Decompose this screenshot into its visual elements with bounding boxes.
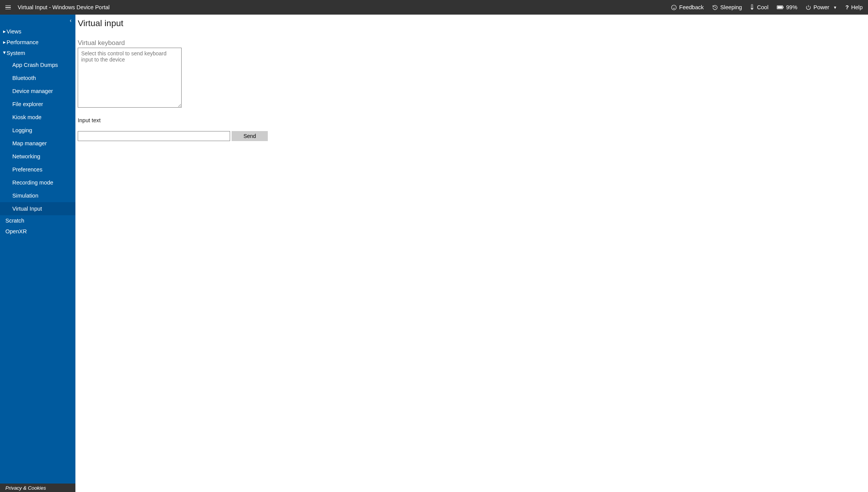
sidebar-item-label: Virtual Input [12, 206, 42, 212]
sidebar-item-virtual-input[interactable]: Virtual Input [0, 202, 75, 215]
temperature-status[interactable]: Cool [750, 4, 768, 10]
power-menu[interactable]: Power ▼ [806, 4, 837, 10]
sidebar-item-device-manager[interactable]: Device manager [0, 85, 75, 98]
body: ‹ ▶ Views ▶ Performance ▶ System App Cra… [0, 15, 868, 492]
triangle-right-icon: ▶ [3, 40, 6, 44]
question-icon: ? [845, 4, 849, 10]
sidebar-item-label: Bluetooth [12, 75, 36, 81]
sidebar-item-openxr[interactable]: OpenXR [0, 226, 75, 237]
sidebar-item-logging[interactable]: Logging [0, 124, 75, 137]
menu-icon[interactable] [5, 5, 11, 10]
header-right: Feedback Sleeping Cool [671, 4, 863, 10]
sleeping-status[interactable]: Sleeping [712, 4, 742, 10]
sidebar-item-label: Device manager [12, 88, 53, 94]
battery-label: 99% [786, 4, 797, 10]
battery-icon [777, 5, 784, 9]
sidebar: ‹ ▶ Views ▶ Performance ▶ System App Cra… [0, 15, 75, 492]
svg-point-1 [673, 7, 673, 7]
svg-rect-6 [778, 6, 782, 8]
sidebar-item-label: OpenXR [5, 228, 27, 234]
privacy-cookies-link[interactable]: Privacy & Cookies [0, 484, 75, 492]
sidebar-item-label: Preferences [12, 166, 42, 173]
sidebar-item-file-explorer[interactable]: File explorer [0, 98, 75, 111]
sidebar-section-system[interactable]: ▶ System [0, 48, 75, 58]
battery-status[interactable]: 99% [777, 4, 797, 10]
triangle-right-icon: ▶ [3, 30, 6, 33]
sidebar-item-label: Simulation [12, 193, 38, 199]
input-text-field[interactable] [78, 131, 230, 141]
send-button[interactable]: Send [232, 131, 268, 141]
sleeping-label: Sleeping [720, 4, 742, 10]
sidebar-item-recording-mode[interactable]: Recording mode [0, 176, 75, 189]
virtual-keyboard-label: Virtual keyboard [78, 39, 866, 47]
input-row: Send [78, 131, 866, 141]
chevron-down-icon: ▼ [833, 5, 837, 10]
sidebar-item-app-crash-dumps[interactable]: App Crash Dumps [0, 58, 75, 71]
page-title: Virtual input [78, 18, 866, 28]
smiley-icon [671, 5, 677, 10]
sidebar-section-label: Views [7, 28, 21, 35]
sidebar-item-label: App Crash Dumps [12, 62, 58, 68]
help-button[interactable]: ? Help [845, 4, 863, 10]
sidebar-item-label: Networking [12, 153, 40, 160]
history-icon [712, 5, 718, 10]
sidebar-item-label: Logging [12, 127, 32, 133]
sidebar-section-label: Performance [7, 39, 38, 45]
privacy-cookies-label: Privacy & Cookies [5, 485, 46, 491]
sidebar-item-map-manager[interactable]: Map manager [0, 137, 75, 150]
sidebar-item-networking[interactable]: Networking [0, 150, 75, 163]
sidebar-section-label: System [7, 50, 25, 56]
main-content: Virtual input Virtual keyboard Input tex… [75, 15, 868, 492]
sidebar-item-scratch[interactable]: Scratch [0, 215, 75, 226]
help-label: Help [851, 4, 863, 10]
sidebar-item-bluetooth[interactable]: Bluetooth [0, 71, 75, 85]
feedback-label: Feedback [679, 4, 704, 10]
svg-rect-5 [783, 7, 783, 8]
sidebar-item-label: Map manager [12, 140, 47, 146]
app-title: Virtual Input - Windows Device Portal [18, 4, 110, 10]
sidebar-item-label: Scratch [5, 218, 24, 224]
feedback-button[interactable]: Feedback [671, 4, 704, 10]
sidebar-section-views[interactable]: ▶ Views [0, 26, 75, 37]
svg-point-0 [672, 5, 677, 10]
input-text-label: Input text [78, 117, 866, 123]
sidebar-item-kiosk-mode[interactable]: Kiosk mode [0, 111, 75, 124]
cool-label: Cool [757, 4, 768, 10]
header-left: Virtual Input - Windows Device Portal [5, 4, 110, 10]
virtual-keyboard-textarea[interactable] [78, 48, 182, 108]
svg-point-2 [674, 7, 675, 7]
sidebar-collapse-row: ‹ [0, 15, 75, 26]
sidebar-item-label: Recording mode [12, 180, 53, 186]
chevron-left-icon[interactable]: ‹ [70, 17, 72, 23]
triangle-down-icon: ▶ [3, 52, 7, 54]
sidebar-item-preferences[interactable]: Preferences [0, 163, 75, 176]
thermometer-icon [750, 4, 754, 10]
sidebar-item-label: Kiosk mode [12, 114, 42, 120]
sidebar-item-label: File explorer [12, 101, 43, 107]
sidebar-item-simulation[interactable]: Simulation [0, 189, 75, 202]
sidebar-section-performance[interactable]: ▶ Performance [0, 37, 75, 48]
power-label: Power [813, 4, 829, 10]
svg-point-3 [752, 8, 753, 9]
power-icon [806, 5, 811, 10]
header-bar: Virtual Input - Windows Device Portal Fe… [0, 0, 868, 15]
